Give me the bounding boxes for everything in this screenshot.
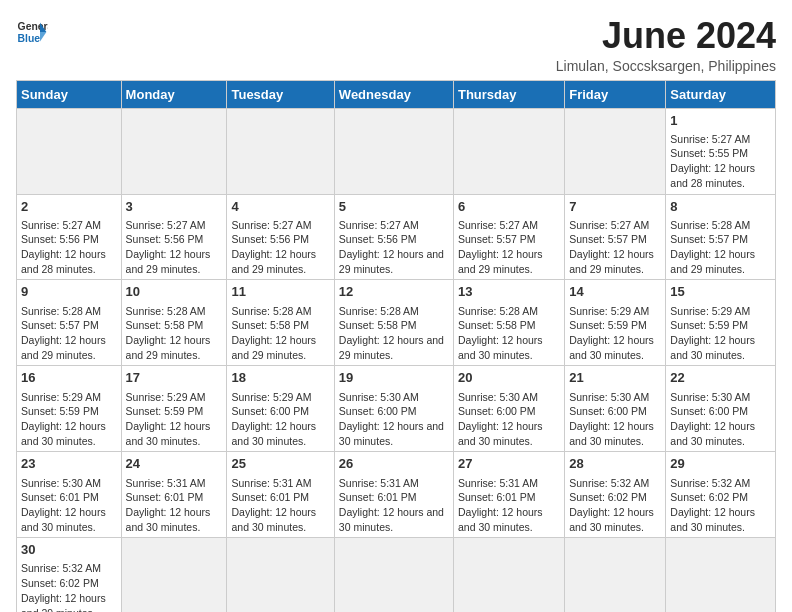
day-info: Sunrise: 5:27 AMSunset: 5:56 PMDaylight:…	[339, 218, 449, 277]
day-info: Sunrise: 5:32 AMSunset: 6:02 PMDaylight:…	[569, 476, 661, 535]
day-cell: 20Sunrise: 5:30 AMSunset: 6:00 PMDayligh…	[453, 366, 564, 452]
day-info: Sunrise: 5:31 AMSunset: 6:01 PMDaylight:…	[458, 476, 560, 535]
day-info: Sunrise: 5:29 AMSunset: 5:59 PMDaylight:…	[126, 390, 223, 449]
day-header-wednesday: Wednesday	[334, 80, 453, 108]
week-row-5: 30Sunrise: 5:32 AMSunset: 6:02 PMDayligh…	[17, 538, 776, 612]
day-info: Sunrise: 5:29 AMSunset: 5:59 PMDaylight:…	[670, 304, 771, 363]
day-info: Sunrise: 5:32 AMSunset: 6:02 PMDaylight:…	[21, 561, 117, 612]
day-number: 26	[339, 455, 449, 473]
day-number: 27	[458, 455, 560, 473]
day-info: Sunrise: 5:27 AMSunset: 5:57 PMDaylight:…	[569, 218, 661, 277]
header: General Blue June 2024 Limulan, Soccsksa…	[16, 16, 776, 74]
day-number: 18	[231, 369, 329, 387]
logo: General Blue	[16, 16, 48, 48]
calendar-table: SundayMondayTuesdayWednesdayThursdayFrid…	[16, 80, 776, 612]
day-header-monday: Monday	[121, 80, 227, 108]
day-cell: 9Sunrise: 5:28 AMSunset: 5:57 PMDaylight…	[17, 280, 122, 366]
day-cell	[565, 538, 666, 612]
day-cell	[227, 108, 334, 194]
day-info: Sunrise: 5:28 AMSunset: 5:58 PMDaylight:…	[458, 304, 560, 363]
day-cell: 18Sunrise: 5:29 AMSunset: 6:00 PMDayligh…	[227, 366, 334, 452]
day-cell: 8Sunrise: 5:28 AMSunset: 5:57 PMDaylight…	[666, 194, 776, 280]
day-cell: 28Sunrise: 5:32 AMSunset: 6:02 PMDayligh…	[565, 452, 666, 538]
day-cell	[121, 108, 227, 194]
day-number: 20	[458, 369, 560, 387]
day-number: 21	[569, 369, 661, 387]
day-number: 14	[569, 283, 661, 301]
day-cell: 7Sunrise: 5:27 AMSunset: 5:57 PMDaylight…	[565, 194, 666, 280]
day-cell: 4Sunrise: 5:27 AMSunset: 5:56 PMDaylight…	[227, 194, 334, 280]
day-cell	[17, 108, 122, 194]
day-number: 6	[458, 198, 560, 216]
day-cell: 15Sunrise: 5:29 AMSunset: 5:59 PMDayligh…	[666, 280, 776, 366]
day-info: Sunrise: 5:30 AMSunset: 6:01 PMDaylight:…	[21, 476, 117, 535]
day-header-saturday: Saturday	[666, 80, 776, 108]
day-info: Sunrise: 5:28 AMSunset: 5:57 PMDaylight:…	[21, 304, 117, 363]
week-row-4: 23Sunrise: 5:30 AMSunset: 6:01 PMDayligh…	[17, 452, 776, 538]
day-cell: 5Sunrise: 5:27 AMSunset: 5:56 PMDaylight…	[334, 194, 453, 280]
day-header-tuesday: Tuesday	[227, 80, 334, 108]
day-info: Sunrise: 5:31 AMSunset: 6:01 PMDaylight:…	[126, 476, 223, 535]
day-info: Sunrise: 5:27 AMSunset: 5:56 PMDaylight:…	[21, 218, 117, 277]
day-cell	[453, 538, 564, 612]
day-info: Sunrise: 5:27 AMSunset: 5:56 PMDaylight:…	[231, 218, 329, 277]
day-number: 28	[569, 455, 661, 473]
day-cell: 11Sunrise: 5:28 AMSunset: 5:58 PMDayligh…	[227, 280, 334, 366]
day-cell: 23Sunrise: 5:30 AMSunset: 6:01 PMDayligh…	[17, 452, 122, 538]
day-info: Sunrise: 5:29 AMSunset: 5:59 PMDaylight:…	[21, 390, 117, 449]
day-cell: 14Sunrise: 5:29 AMSunset: 5:59 PMDayligh…	[565, 280, 666, 366]
week-row-0: 1Sunrise: 5:27 AMSunset: 5:55 PMDaylight…	[17, 108, 776, 194]
day-cell: 6Sunrise: 5:27 AMSunset: 5:57 PMDaylight…	[453, 194, 564, 280]
day-cell: 21Sunrise: 5:30 AMSunset: 6:00 PMDayligh…	[565, 366, 666, 452]
day-number: 22	[670, 369, 771, 387]
day-cell: 17Sunrise: 5:29 AMSunset: 5:59 PMDayligh…	[121, 366, 227, 452]
day-info: Sunrise: 5:30 AMSunset: 6:00 PMDaylight:…	[458, 390, 560, 449]
day-info: Sunrise: 5:27 AMSunset: 5:56 PMDaylight:…	[126, 218, 223, 277]
day-number: 16	[21, 369, 117, 387]
day-info: Sunrise: 5:28 AMSunset: 5:58 PMDaylight:…	[126, 304, 223, 363]
day-number: 5	[339, 198, 449, 216]
day-cell: 16Sunrise: 5:29 AMSunset: 5:59 PMDayligh…	[17, 366, 122, 452]
day-number: 7	[569, 198, 661, 216]
day-info: Sunrise: 5:30 AMSunset: 6:00 PMDaylight:…	[569, 390, 661, 449]
day-header-sunday: Sunday	[17, 80, 122, 108]
day-info: Sunrise: 5:31 AMSunset: 6:01 PMDaylight:…	[231, 476, 329, 535]
header-row: SundayMondayTuesdayWednesdayThursdayFrid…	[17, 80, 776, 108]
day-number: 3	[126, 198, 223, 216]
day-number: 11	[231, 283, 329, 301]
title-area: June 2024 Limulan, Soccsksargen, Philipp…	[556, 16, 776, 74]
day-cell: 24Sunrise: 5:31 AMSunset: 6:01 PMDayligh…	[121, 452, 227, 538]
day-info: Sunrise: 5:29 AMSunset: 5:59 PMDaylight:…	[569, 304, 661, 363]
month-title: June 2024	[556, 16, 776, 56]
day-number: 30	[21, 541, 117, 559]
day-cell	[334, 538, 453, 612]
day-number: 9	[21, 283, 117, 301]
day-info: Sunrise: 5:27 AMSunset: 5:57 PMDaylight:…	[458, 218, 560, 277]
day-number: 15	[670, 283, 771, 301]
day-info: Sunrise: 5:32 AMSunset: 6:02 PMDaylight:…	[670, 476, 771, 535]
day-cell: 2Sunrise: 5:27 AMSunset: 5:56 PMDaylight…	[17, 194, 122, 280]
day-cell	[121, 538, 227, 612]
day-header-friday: Friday	[565, 80, 666, 108]
day-number: 19	[339, 369, 449, 387]
day-number: 10	[126, 283, 223, 301]
day-info: Sunrise: 5:27 AMSunset: 5:55 PMDaylight:…	[670, 132, 771, 191]
svg-marker-3	[40, 32, 46, 42]
day-cell: 25Sunrise: 5:31 AMSunset: 6:01 PMDayligh…	[227, 452, 334, 538]
week-row-3: 16Sunrise: 5:29 AMSunset: 5:59 PMDayligh…	[17, 366, 776, 452]
day-cell: 3Sunrise: 5:27 AMSunset: 5:56 PMDaylight…	[121, 194, 227, 280]
day-number: 29	[670, 455, 771, 473]
day-info: Sunrise: 5:29 AMSunset: 6:00 PMDaylight:…	[231, 390, 329, 449]
day-cell	[227, 538, 334, 612]
day-info: Sunrise: 5:28 AMSunset: 5:58 PMDaylight:…	[231, 304, 329, 363]
week-row-1: 2Sunrise: 5:27 AMSunset: 5:56 PMDaylight…	[17, 194, 776, 280]
day-info: Sunrise: 5:30 AMSunset: 6:00 PMDaylight:…	[670, 390, 771, 449]
day-number: 12	[339, 283, 449, 301]
day-number: 2	[21, 198, 117, 216]
day-cell	[666, 538, 776, 612]
day-cell: 27Sunrise: 5:31 AMSunset: 6:01 PMDayligh…	[453, 452, 564, 538]
location-subtitle: Limulan, Soccsksargen, Philippines	[556, 58, 776, 74]
svg-text:Blue: Blue	[18, 33, 41, 44]
day-cell: 10Sunrise: 5:28 AMSunset: 5:58 PMDayligh…	[121, 280, 227, 366]
day-number: 8	[670, 198, 771, 216]
